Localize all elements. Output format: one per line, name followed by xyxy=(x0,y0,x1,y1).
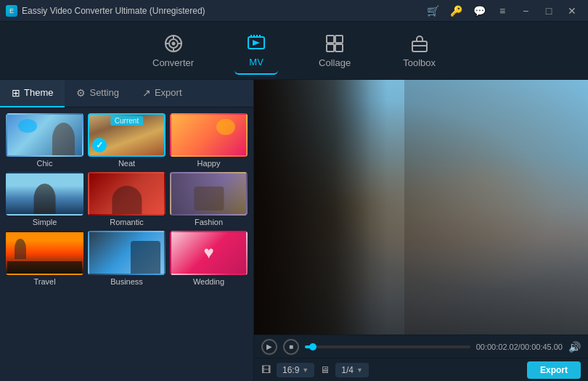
theme-thumb-simple xyxy=(6,172,83,216)
sub-tab-export-label: Export xyxy=(155,87,182,98)
theme-label-travel: Travel xyxy=(33,277,55,286)
restore-button[interactable]: □ xyxy=(539,4,559,18)
svg-point-2 xyxy=(171,41,175,45)
titlebar: E Eassiy Video Converter Ultimate (Unreg… xyxy=(0,0,588,22)
theme-label-neat: Neat xyxy=(118,159,135,168)
export-icon: ↗ xyxy=(142,87,151,99)
current-label: Current xyxy=(110,116,143,126)
ratio-dropdown-arrow: ▼ xyxy=(302,366,309,374)
theme-item-chic[interactable]: Chic xyxy=(6,113,83,168)
quality-select[interactable]: 1/4 ▼ xyxy=(335,363,369,377)
toolbox-icon xyxy=(409,33,430,54)
tab-converter-label: Converter xyxy=(152,57,194,68)
tab-converter[interactable]: Converter xyxy=(141,28,205,74)
theme-item-fashion[interactable]: Fashion xyxy=(170,172,248,226)
preview-person-silhouette xyxy=(404,80,588,335)
collage-icon xyxy=(324,33,345,54)
right-panel: ▶ ■ 00:00:02.02/00:00:45.00 🔊 🎞 16:9 ▼ 🖥 xyxy=(254,80,588,381)
quality-dropdown-arrow: ▼ xyxy=(356,366,363,374)
titlebar-left: E Eassiy Video Converter Ultimate (Unreg… xyxy=(6,5,205,17)
video-preview xyxy=(254,80,588,335)
app-icon: E xyxy=(6,5,17,17)
menu-button[interactable]: ≡ xyxy=(492,4,513,18)
tab-mv[interactable]: MV xyxy=(234,27,278,75)
svg-rect-14 xyxy=(327,44,334,52)
theme-item-romantic[interactable]: Romantic xyxy=(88,172,166,226)
volume-icon[interactable]: 🔊 xyxy=(568,341,581,353)
tab-mv-label: MV xyxy=(249,57,264,67)
titlebar-controls: 🛒 🔑 💬 ≡ − □ ✕ xyxy=(422,4,582,18)
tab-collage[interactable]: Collage xyxy=(307,28,362,74)
progress-bar[interactable] xyxy=(305,345,470,348)
current-badge: ✓ xyxy=(92,138,107,152)
mv-icon xyxy=(246,33,266,53)
sub-tabs: ⊞ Theme ⚙ Setting ↗ Export xyxy=(0,80,253,107)
progress-dot xyxy=(309,343,317,351)
theme-label-wedding: Wedding xyxy=(193,277,224,286)
heart-decoration: ♥ xyxy=(203,242,213,263)
theme-item-business[interactable]: Business xyxy=(88,231,166,285)
sub-tab-setting[interactable]: ⚙ Setting xyxy=(65,80,130,107)
ratio-value: 16:9 xyxy=(282,365,299,375)
film-icon: 🎞 xyxy=(261,364,271,375)
theme-grid: Chic ✓ Current Neat Happy xyxy=(0,107,253,381)
theme-item-happy[interactable]: Happy xyxy=(170,113,248,168)
setting-icon: ⚙ xyxy=(76,87,86,99)
theme-thumb-business xyxy=(88,231,166,274)
sub-tab-export[interactable]: ↗ Export xyxy=(131,80,194,107)
theme-label-simple: Simple xyxy=(33,218,57,226)
cart-button[interactable]: 🛒 xyxy=(422,4,443,18)
export-button[interactable]: Export xyxy=(527,361,581,379)
tab-collage-label: Collage xyxy=(319,57,351,68)
resolution-icon: 🖥 xyxy=(320,364,330,375)
svg-rect-15 xyxy=(335,44,343,52)
theme-thumb-romantic xyxy=(88,172,166,216)
tab-toolbox-label: Toolbox xyxy=(403,57,436,68)
sub-tab-theme[interactable]: ⊞ Theme xyxy=(0,80,65,107)
theme-label-chic: Chic xyxy=(36,159,52,168)
left-panel: ⊞ Theme ⚙ Setting ↗ Export Chic xyxy=(0,80,254,381)
theme-thumb-chic xyxy=(6,113,83,157)
play-button[interactable]: ▶ xyxy=(261,339,277,355)
ratio-select[interactable]: 16:9 ▼ xyxy=(277,363,314,377)
theme-label-happy: Happy xyxy=(197,159,221,168)
sub-tab-theme-label: Theme xyxy=(24,87,53,98)
theme-label-romantic: Romantic xyxy=(110,218,143,226)
converter-icon xyxy=(163,33,184,54)
svg-rect-12 xyxy=(327,36,334,43)
stop-button[interactable]: ■ xyxy=(283,339,299,355)
video-settings-bar: 🎞 16:9 ▼ 🖥 1/4 ▼ Export xyxy=(254,358,588,381)
theme-thumb-neat: ✓ Current xyxy=(88,113,166,157)
sub-tab-setting-label: Setting xyxy=(89,87,118,98)
theme-item-wedding[interactable]: ♥ Wedding xyxy=(170,231,248,285)
theme-thumb-travel xyxy=(6,231,83,274)
chat-button[interactable]: 💬 xyxy=(469,4,489,18)
minimize-button[interactable]: − xyxy=(515,4,536,18)
video-controls: ▶ ■ 00:00:02.02/00:00:45.00 🔊 xyxy=(254,335,588,358)
key-button[interactable]: 🔑 xyxy=(446,4,466,18)
svg-rect-13 xyxy=(335,36,343,43)
theme-item-travel[interactable]: Travel xyxy=(6,231,83,285)
close-button[interactable]: ✕ xyxy=(562,4,582,18)
theme-grid-icon: ⊞ xyxy=(12,87,20,99)
theme-label-fashion: Fashion xyxy=(195,218,223,226)
nav-bar: Converter MV Collage xyxy=(0,22,588,80)
time-display: 00:00:02.02/00:00:45.00 xyxy=(476,343,563,351)
theme-item-simple[interactable]: Simple xyxy=(6,172,83,226)
tab-toolbox[interactable]: Toolbox xyxy=(391,28,447,74)
theme-thumb-wedding: ♥ xyxy=(170,231,248,274)
quality-value: 1/4 xyxy=(341,365,354,375)
settings-left: 🎞 16:9 ▼ 🖥 1/4 ▼ xyxy=(261,363,369,377)
theme-label-business: Business xyxy=(110,277,143,286)
theme-thumb-fashion xyxy=(170,172,248,216)
app-title: Eassiy Video Converter Ultimate (Unregis… xyxy=(22,6,205,16)
main-content: ⊞ Theme ⚙ Setting ↗ Export Chic xyxy=(0,80,588,381)
theme-thumb-happy xyxy=(170,113,248,157)
theme-item-neat[interactable]: ✓ Current Neat xyxy=(88,113,166,168)
preview-left-shadow xyxy=(254,80,371,335)
